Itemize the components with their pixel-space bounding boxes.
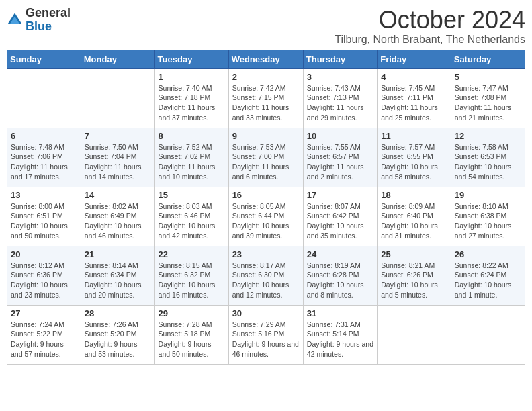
day-number: 28 (85, 308, 151, 318)
week-row-3: 20Sunrise: 8:12 AM Sunset: 6:36 PM Dayli… (7, 246, 525, 305)
calendar-cell: 14Sunrise: 8:02 AM Sunset: 6:49 PM Dayli… (81, 187, 154, 246)
day-info: Sunrise: 7:28 AM Sunset: 5:18 PM Dayligh… (159, 320, 225, 359)
day-info: Sunrise: 8:21 AM Sunset: 6:26 PM Dayligh… (381, 261, 447, 300)
day-info: Sunrise: 8:10 AM Sunset: 6:38 PM Dayligh… (455, 201, 521, 241)
day-info: Sunrise: 8:05 AM Sunset: 6:44 PM Dayligh… (232, 201, 300, 241)
day-number: 21 (85, 249, 151, 259)
day-info: Sunrise: 8:15 AM Sunset: 6:32 PM Dayligh… (159, 261, 225, 300)
day-info: Sunrise: 7:48 AM Sunset: 7:06 PM Dayligh… (11, 142, 77, 182)
day-number: 2 (232, 72, 300, 82)
day-number: 19 (455, 190, 521, 200)
day-info: Sunrise: 7:57 AM Sunset: 6:55 PM Dayligh… (381, 142, 447, 182)
day-number: 3 (307, 72, 373, 82)
calendar-cell: 16Sunrise: 8:05 AM Sunset: 6:44 PM Dayli… (228, 187, 303, 246)
day-info: Sunrise: 8:14 AM Sunset: 6:34 PM Dayligh… (85, 261, 151, 300)
calendar-cell: 26Sunrise: 8:22 AM Sunset: 6:24 PM Dayli… (451, 246, 525, 305)
week-row-2: 13Sunrise: 8:00 AM Sunset: 6:51 PM Dayli… (7, 187, 525, 246)
day-number: 16 (232, 190, 300, 200)
day-info: Sunrise: 8:22 AM Sunset: 6:24 PM Dayligh… (455, 261, 521, 300)
calendar-cell: 31Sunrise: 7:31 AM Sunset: 5:14 PM Dayli… (303, 305, 377, 364)
day-number: 31 (307, 308, 373, 318)
day-number: 30 (232, 308, 300, 318)
day-number: 18 (381, 190, 447, 200)
calendar-cell: 6Sunrise: 7:48 AM Sunset: 7:06 PM Daylig… (7, 128, 81, 187)
day-info: Sunrise: 8:09 AM Sunset: 6:40 PM Dayligh… (381, 201, 447, 241)
day-number: 20 (11, 249, 77, 259)
week-row-0: 1Sunrise: 7:40 AM Sunset: 7:18 PM Daylig… (7, 68, 525, 128)
day-info: Sunrise: 7:29 AM Sunset: 5:16 PM Dayligh… (232, 320, 300, 359)
logo-general-text: General (26, 6, 71, 19)
calendar-cell: 1Sunrise: 7:40 AM Sunset: 7:18 PM Daylig… (154, 68, 228, 128)
logo: General Blue (7, 7, 71, 34)
day-info: Sunrise: 8:07 AM Sunset: 6:42 PM Dayligh… (307, 201, 373, 241)
month-title: October 2024 (335, 7, 525, 34)
logo-text: General Blue (26, 7, 71, 34)
day-number: 4 (381, 72, 447, 82)
day-info: Sunrise: 7:47 AM Sunset: 7:08 PM Dayligh… (455, 83, 521, 123)
day-info: Sunrise: 8:17 AM Sunset: 6:30 PM Dayligh… (232, 261, 300, 300)
calendar-cell: 15Sunrise: 8:03 AM Sunset: 6:46 PM Dayli… (154, 187, 228, 246)
calendar-cell: 25Sunrise: 8:21 AM Sunset: 6:26 PM Dayli… (378, 246, 451, 305)
day-info: Sunrise: 7:42 AM Sunset: 7:15 PM Dayligh… (232, 83, 300, 123)
header-day-friday: Friday (378, 50, 451, 68)
week-row-4: 27Sunrise: 7:24 AM Sunset: 5:22 PM Dayli… (7, 305, 525, 364)
day-number: 7 (85, 131, 151, 141)
calendar-cell: 23Sunrise: 8:17 AM Sunset: 6:30 PM Dayli… (228, 246, 303, 305)
calendar-cell: 24Sunrise: 8:19 AM Sunset: 6:28 PM Dayli… (303, 246, 377, 305)
week-row-1: 6Sunrise: 7:48 AM Sunset: 7:06 PM Daylig… (7, 128, 525, 187)
calendar-table: SundayMondayTuesdayWednesdayThursdayFrid… (7, 50, 525, 365)
calendar-cell: 12Sunrise: 7:58 AM Sunset: 6:53 PM Dayli… (451, 128, 525, 187)
calendar-cell: 11Sunrise: 7:57 AM Sunset: 6:55 PM Dayli… (378, 128, 451, 187)
calendar-cell: 7Sunrise: 7:50 AM Sunset: 7:04 PM Daylig… (81, 128, 154, 187)
calendar-cell: 2Sunrise: 7:42 AM Sunset: 7:15 PM Daylig… (228, 68, 303, 128)
calendar-cell: 9Sunrise: 7:53 AM Sunset: 7:00 PM Daylig… (228, 128, 303, 187)
calendar-header: SundayMondayTuesdayWednesdayThursdayFrid… (7, 50, 525, 68)
day-info: Sunrise: 8:03 AM Sunset: 6:46 PM Dayligh… (159, 201, 225, 241)
day-number: 24 (307, 249, 373, 259)
day-info: Sunrise: 7:53 AM Sunset: 7:00 PM Dayligh… (232, 142, 300, 182)
logo-icon (7, 12, 23, 28)
page-header: General Blue October 2024 Tilburg, North… (7, 7, 525, 46)
day-number: 6 (11, 131, 77, 141)
day-info: Sunrise: 7:26 AM Sunset: 5:20 PM Dayligh… (85, 320, 151, 359)
day-number: 25 (381, 249, 447, 259)
day-info: Sunrise: 7:52 AM Sunset: 7:02 PM Dayligh… (159, 142, 225, 182)
day-info: Sunrise: 7:31 AM Sunset: 5:14 PM Dayligh… (307, 320, 373, 359)
calendar-cell: 28Sunrise: 7:26 AM Sunset: 5:20 PM Dayli… (81, 305, 154, 364)
day-info: Sunrise: 7:43 AM Sunset: 7:13 PM Dayligh… (307, 83, 373, 123)
day-number: 27 (11, 308, 77, 318)
day-number: 29 (159, 308, 225, 318)
calendar-cell (81, 68, 154, 128)
logo-blue-text: Blue (26, 19, 52, 33)
calendar-cell: 8Sunrise: 7:52 AM Sunset: 7:02 PM Daylig… (154, 128, 228, 187)
day-number: 15 (159, 190, 225, 200)
calendar-cell: 13Sunrise: 8:00 AM Sunset: 6:51 PM Dayli… (7, 187, 81, 246)
calendar-body: 1Sunrise: 7:40 AM Sunset: 7:18 PM Daylig… (7, 68, 525, 364)
calendar-cell: 18Sunrise: 8:09 AM Sunset: 6:40 PM Dayli… (378, 187, 451, 246)
day-number: 8 (159, 131, 225, 141)
calendar-cell: 30Sunrise: 7:29 AM Sunset: 5:16 PM Dayli… (228, 305, 303, 364)
calendar-cell: 27Sunrise: 7:24 AM Sunset: 5:22 PM Dayli… (7, 305, 81, 364)
day-info: Sunrise: 7:58 AM Sunset: 6:53 PM Dayligh… (455, 142, 521, 182)
calendar-cell (378, 305, 451, 364)
calendar-cell: 29Sunrise: 7:28 AM Sunset: 5:18 PM Dayli… (154, 305, 228, 364)
day-info: Sunrise: 8:00 AM Sunset: 6:51 PM Dayligh… (11, 201, 77, 241)
calendar-cell: 10Sunrise: 7:55 AM Sunset: 6:57 PM Dayli… (303, 128, 377, 187)
calendar-cell: 3Sunrise: 7:43 AM Sunset: 7:13 PM Daylig… (303, 68, 377, 128)
day-info: Sunrise: 7:50 AM Sunset: 7:04 PM Dayligh… (85, 142, 151, 182)
day-info: Sunrise: 8:12 AM Sunset: 6:36 PM Dayligh… (11, 261, 77, 300)
calendar-cell: 4Sunrise: 7:45 AM Sunset: 7:11 PM Daylig… (378, 68, 451, 128)
header-day-tuesday: Tuesday (154, 50, 228, 68)
day-info: Sunrise: 7:45 AM Sunset: 7:11 PM Dayligh… (381, 83, 447, 123)
day-info: Sunrise: 7:55 AM Sunset: 6:57 PM Dayligh… (307, 142, 373, 182)
header-day-saturday: Saturday (451, 50, 525, 68)
calendar-cell: 19Sunrise: 8:10 AM Sunset: 6:38 PM Dayli… (451, 187, 525, 246)
header-day-sunday: Sunday (7, 50, 81, 68)
day-number: 10 (307, 131, 373, 141)
day-number: 13 (11, 190, 77, 200)
day-number: 9 (232, 131, 300, 141)
day-number: 12 (455, 131, 521, 141)
day-number: 11 (381, 131, 447, 141)
header-day-thursday: Thursday (303, 50, 377, 68)
day-info: Sunrise: 7:24 AM Sunset: 5:22 PM Dayligh… (11, 320, 77, 359)
